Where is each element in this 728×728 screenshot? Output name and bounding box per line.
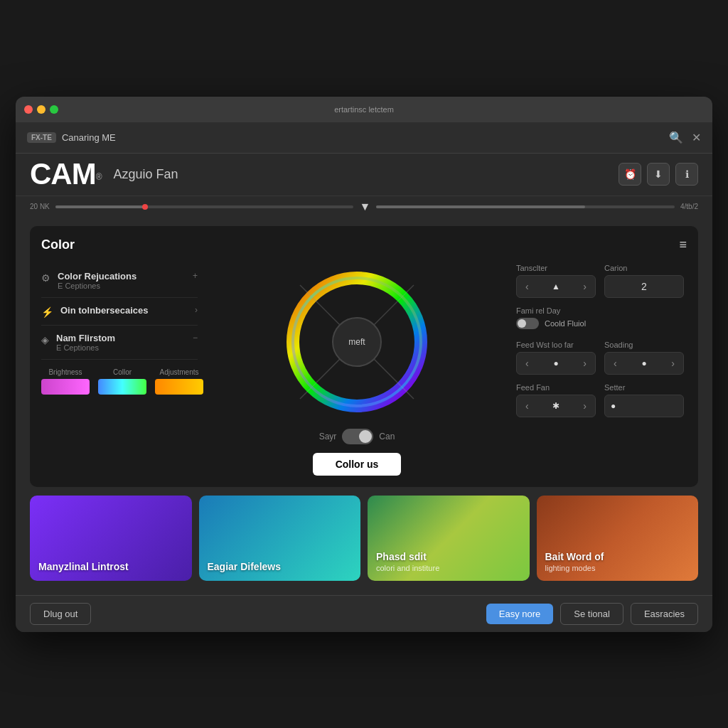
option-sub-3: E Ceptiones (56, 343, 115, 352)
option-arrow-2: › (195, 305, 198, 315)
search-button[interactable]: 🔍 (669, 131, 683, 144)
tansclter-value: ▲ (552, 282, 560, 291)
feed-fan-inc[interactable]: › (580, 400, 589, 412)
carion-value: 2 (641, 281, 647, 292)
swatch-row: Brightness Collor Adjustments (41, 368, 198, 395)
bottom-cards: Manyzlinal Lintrost Eagiar Difelews Phas… (30, 496, 698, 587)
maximize-button[interactable] (50, 105, 58, 114)
soading-label: Soading (604, 341, 684, 349)
feed-wst-control[interactable]: ‹ ● › (516, 352, 596, 375)
progress-bar[interactable] (55, 205, 354, 208)
device-name: Azguio Fan (114, 167, 178, 182)
option-item-3[interactable]: ◈ Nam Flirstom E Ceptiones − (41, 326, 198, 360)
header-actions: 🔍 ✕ (669, 131, 701, 144)
se-tional-button[interactable]: Se tional (560, 603, 623, 625)
download-button[interactable]: ⬇ (647, 163, 670, 186)
option-title-3: Nam Flirstom (56, 333, 115, 343)
setter-control[interactable]: ● (604, 395, 684, 417)
settings-col-soading: Soading ‹ ● › (604, 341, 684, 375)
app-name: Canaring ME (62, 132, 116, 143)
color-wheel[interactable]: meft (279, 264, 435, 420)
panel-center: meft Sayr Can Collor us (209, 264, 505, 476)
card-1[interactable]: Manyzlinal Lintrost (30, 496, 192, 581)
main-toggle[interactable] (342, 429, 373, 444)
feed-wst-inc[interactable]: › (580, 358, 589, 369)
sub-header-actions: ⏰ ⬇ ℹ (619, 163, 698, 186)
card-2[interactable]: Eagiar Difelews (199, 496, 361, 581)
card-1-title: Manyzlinal Lintrost (38, 561, 183, 572)
card-3-sub: colori and institure (376, 564, 521, 572)
color-us-button[interactable]: Collor us (313, 453, 402, 476)
panel-title: Color (41, 237, 75, 252)
swatch-color[interactable]: Collor (98, 368, 146, 395)
timer-button[interactable]: ⏰ (619, 163, 641, 186)
card-4[interactable]: Bait Word of lighting modes (537, 496, 699, 581)
option-item-1[interactable]: ⚙ Color Rejucations E Ceptiones + (41, 264, 198, 298)
tansclter-control[interactable]: ‹ ▲ › (516, 275, 596, 298)
toggle-row: Sayr Can (319, 429, 395, 444)
option-arrow-1: + (193, 271, 198, 281)
feed-fan-value: ✱ (552, 401, 560, 411)
swatch-color-label: Collor (98, 368, 146, 376)
settings-col-feed-fan: Feed Fan ‹ ✱ › (516, 383, 596, 417)
cam-logo: CAM® (30, 159, 102, 189)
settings-col-tansclter: Tansclter ‹ ▲ › (516, 264, 596, 298)
main-content: Color ≡ ⚙ Color Rejucations E Ceptiones … (16, 218, 712, 595)
setter-value: ● (611, 401, 616, 411)
tansclter-inc[interactable]: › (580, 281, 589, 292)
easy-nore-button[interactable]: Easy nore (486, 604, 554, 624)
sub-header: CAM® Azguio Fan ⏰ ⬇ ℹ (16, 154, 712, 196)
close-button[interactable] (24, 105, 33, 114)
carion-input[interactable]: 2 (604, 275, 684, 298)
app-logo-area: FX-TE Canaring ME (27, 132, 116, 143)
close-icon-button[interactable]: ✕ (692, 131, 701, 144)
settings-row-1: Tansclter ‹ ▲ › Carion 2 (516, 264, 684, 298)
progress-bar-2[interactable] (376, 205, 675, 208)
settings-col-carion: Carion 2 (604, 264, 684, 298)
panel-left: ⚙ Color Rejucations E Ceptiones + ⚡ Oin … (41, 264, 198, 476)
easracies-button[interactable]: Easracies (631, 603, 698, 625)
option-arrow-3: − (193, 333, 198, 343)
menu-icon[interactable]: ≡ (679, 237, 687, 252)
app-logo: FX-TE (27, 132, 56, 143)
fami-rel-label: Fami rel Day (516, 306, 684, 315)
feed-wst-dec[interactable]: ‹ (523, 358, 532, 369)
settings-col-setter: Setter ● (604, 383, 684, 417)
tansclter-label: Tansclter (516, 264, 596, 272)
toggle-row-settings: Coold Fluiol (516, 318, 684, 329)
settings-row-4: Feed Fan ‹ ✱ › Setter ● (516, 383, 684, 417)
panel-header: Color ≡ (41, 237, 687, 252)
feed-fan-dec[interactable]: ‹ (523, 400, 532, 412)
card-2-title: Eagiar Difelews (208, 561, 353, 572)
plug-out-button[interactable]: Dlug out (30, 603, 91, 625)
setter-label: Setter (604, 383, 684, 392)
color-panel: Color ≡ ⚙ Color Rejucations E Ceptiones … (30, 226, 698, 487)
progress-area: 20 NK ▼ 4/tb/2 (16, 196, 712, 218)
progress-right-label: 4/tb/2 (680, 203, 698, 210)
swatch-brightness[interactable]: Brightness (41, 368, 90, 395)
tansclter-dec[interactable]: ‹ (523, 281, 532, 292)
feed-fan-control[interactable]: ‹ ✱ › (516, 395, 596, 417)
swatch-brightness-label: Brightness (41, 368, 90, 376)
soading-value: ● (641, 358, 646, 368)
option-item-2[interactable]: ⚡ Oin tolnbersecaices › (41, 298, 198, 326)
minimize-button[interactable] (37, 105, 46, 114)
fami-toggle-label: Coold Fluiol (545, 319, 586, 328)
fami-toggle[interactable] (516, 318, 539, 329)
info-button[interactable]: ℹ (675, 163, 698, 186)
progress-arrow-icon: ▼ (359, 200, 370, 213)
toggle-knob (359, 430, 372, 443)
card-4-title: Bait Word of (545, 551, 690, 562)
card-3[interactable]: Phasd sdit colori and institure (368, 496, 530, 581)
option-sub-1: E Ceptiones (58, 282, 136, 290)
soading-control[interactable]: ‹ ● › (604, 352, 684, 375)
option-text-3: Nam Flirstom E Ceptiones (56, 333, 115, 352)
swatch-adjustments[interactable]: Adjustments (155, 368, 203, 395)
option-text-1: Color Rejucations E Ceptiones (58, 271, 136, 290)
option-text-2: Oin tolnbersecaices (60, 305, 149, 316)
settings-row-3: Feed Wst loo far ‹ ● › Soading ‹ ● (516, 341, 684, 375)
option-title-1: Color Rejucations (58, 271, 136, 282)
cam-super: ® (96, 172, 102, 182)
soading-dec[interactable]: ‹ (611, 358, 620, 369)
soading-inc[interactable]: › (668, 358, 678, 369)
